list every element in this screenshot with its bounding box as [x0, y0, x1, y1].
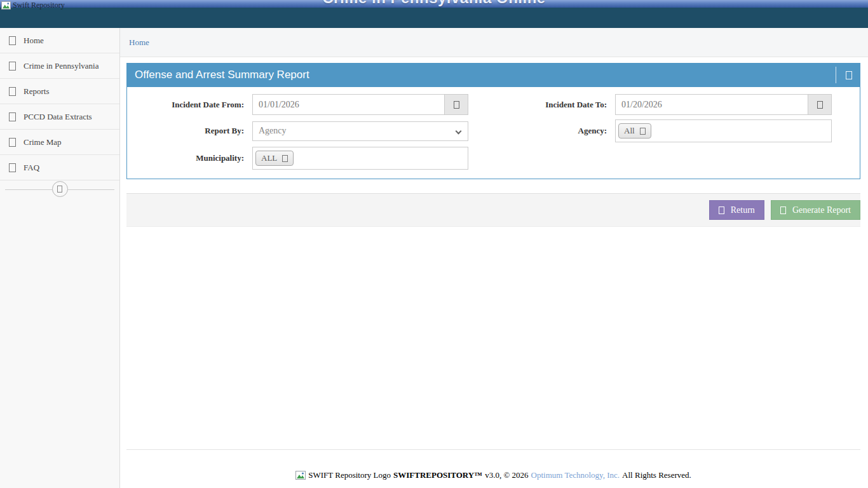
footer-version: v3.0, © 2026 — [485, 470, 528, 480]
content: Offense and Arrest Summary Report Incide… — [120, 57, 868, 480]
municipality-label: Municipality: — [132, 153, 244, 163]
site-logo[interactable]: Swift Repository — [1, 1, 65, 10]
calendar-icon — [817, 101, 823, 109]
sidebar-item-label: PCCD Data Extracts — [24, 112, 92, 122]
sidebar-item-faq[interactable]: FAQ — [0, 155, 119, 180]
reports-icon — [9, 87, 16, 96]
generate-report-button-label: Generate Report — [792, 205, 851, 215]
remove-tag-icon[interactable] — [282, 155, 288, 162]
crime-map-icon — [9, 138, 16, 147]
incident-date-from-calendar-button[interactable] — [445, 94, 468, 115]
footer-brand: SWIFTREPOSITORY™ — [393, 470, 482, 480]
generate-report-icon — [780, 207, 786, 214]
company-link[interactable]: Optimum Technology, Inc. — [531, 470, 620, 480]
sidebar-item-pccd-data-extracts[interactable]: PCCD Data Extracts — [0, 104, 119, 130]
incident-date-to-input[interactable] — [615, 94, 808, 115]
breadcrumb: Home — [120, 28, 868, 57]
incident-date-to-label: Incident Date To: — [477, 100, 607, 110]
sidebar-item-label: Reports — [24, 86, 49, 97]
agency-selected-tag[interactable]: All — [618, 123, 651, 139]
remove-tag-icon[interactable] — [640, 128, 646, 135]
return-button[interactable]: Return — [709, 200, 764, 220]
footer: SWIFT Repository Logo SWIFTREPOSITORY™ v… — [126, 450, 860, 480]
return-button-label: Return — [731, 205, 755, 215]
chevron-down-icon — [456, 128, 462, 134]
incident-date-from-label: Incident Date From: — [132, 100, 244, 110]
sidebar: Home Crime in Pennsylvania Reports PCCD … — [0, 28, 120, 488]
return-icon — [719, 207, 724, 214]
broken-image-icon — [1, 1, 11, 10]
incident-date-from-input[interactable] — [252, 94, 445, 115]
header-divider — [836, 67, 836, 83]
sidebar-collapse-button[interactable] — [52, 181, 68, 197]
pccd-data-extracts-icon — [9, 112, 16, 121]
site-logo-alt-text: Swift Repository — [13, 1, 65, 10]
crime-in-pennsylvania-icon — [9, 62, 16, 71]
sidebar-item-label: Crime in Pennsylvania — [24, 61, 98, 71]
generate-report-button[interactable]: Generate Report — [771, 200, 860, 220]
home-icon — [9, 36, 16, 45]
collapse-icon — [57, 186, 62, 193]
agency-label: Agency: — [477, 126, 607, 136]
help-icon[interactable] — [846, 71, 852, 79]
report-panel-title: Offense and Arrest Summary Report — [135, 69, 309, 81]
municipality-selected-tag[interactable]: ALL — [255, 151, 294, 166]
broken-image-icon — [295, 471, 306, 480]
municipality-tag-label: ALL — [261, 153, 277, 163]
calendar-icon — [454, 101, 459, 109]
title-bar: Crime in Pennsylvania Online — [0, 0, 868, 8]
sidebar-item-label: FAQ — [24, 163, 39, 173]
municipality-multiselect[interactable]: ALL — [252, 147, 468, 170]
main-area: Home Offense and Arrest Summary Report I… — [120, 28, 868, 488]
breadcrumb-home-link[interactable]: Home — [129, 37, 149, 48]
faq-icon — [9, 163, 16, 172]
agency-tag-label: All — [624, 126, 635, 136]
action-bar: Return Generate Report — [126, 193, 860, 227]
incident-date-to-group — [615, 94, 832, 115]
report-by-select[interactable]: Agency — [252, 121, 468, 141]
incident-date-from-group — [252, 94, 468, 115]
sidebar-item-reports[interactable]: Reports — [0, 79, 119, 104]
incident-date-to-calendar-button[interactable] — [808, 94, 832, 115]
sidebar-item-label: Home — [24, 36, 44, 46]
sidebar-item-home[interactable]: Home — [0, 28, 119, 53]
sidebar-item-label: Crime Map — [24, 137, 62, 147]
sidebar-collapse-row — [0, 180, 119, 198]
sidebar-item-crime-map[interactable]: Crime Map — [0, 130, 119, 155]
page-title: Crime in Pennsylvania Online — [0, 0, 868, 7]
navbar — [0, 8, 868, 28]
report-panel-body: Incident Date From: Incident Date To: — [126, 87, 860, 179]
report-by-label: Report By: — [132, 126, 244, 136]
agency-multiselect[interactable]: All — [615, 119, 832, 142]
report-panel-header: Offense and Arrest Summary Report — [126, 63, 860, 87]
report-panel: Offense and Arrest Summary Report Incide… — [126, 63, 860, 179]
report-by-selected-value: Agency — [259, 126, 287, 136]
footer-rights: All Rights Reserved. — [622, 470, 691, 480]
footer-logo-alt-text: SWIFT Repository Logo — [308, 470, 391, 480]
sidebar-item-crime-in-pennsylvania[interactable]: Crime in Pennsylvania — [0, 53, 119, 79]
